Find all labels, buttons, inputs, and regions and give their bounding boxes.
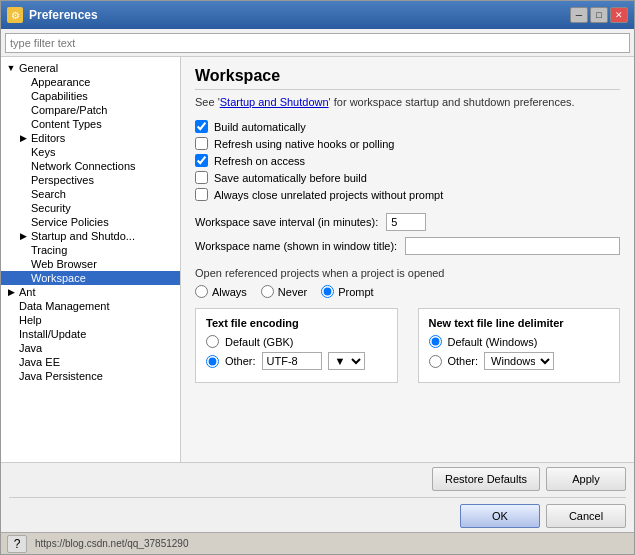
save-auto-label: Save automatically before build xyxy=(214,172,367,184)
sidebar-item-label: Help xyxy=(19,314,42,326)
enc-other-label: Other: xyxy=(225,355,256,367)
sidebar-item-web-browser[interactable]: Web Browser xyxy=(1,257,180,271)
delim-dropdown[interactable]: Windows xyxy=(484,352,554,370)
save-interval-row: Workspace save interval (in minutes): xyxy=(195,213,620,231)
cancel-button[interactable]: Cancel xyxy=(546,504,626,528)
checkbox-close-unrelated: Always close unrelated projects without … xyxy=(195,188,620,201)
build-auto-checkbox[interactable] xyxy=(195,120,208,133)
checkbox-refresh-access: Refresh on access xyxy=(195,154,620,167)
filter-input[interactable] xyxy=(5,33,630,53)
sidebar-item-keys[interactable]: Keys xyxy=(1,145,180,159)
save-interval-label: Workspace save interval (in minutes): xyxy=(195,216,378,228)
sidebar-item-search[interactable]: Search xyxy=(1,187,180,201)
sidebar-item-java-persistence[interactable]: Java Persistence xyxy=(1,369,180,383)
sidebar-item-network-connections[interactable]: Network Connections xyxy=(1,159,180,173)
sidebar-item-label: Security xyxy=(31,202,71,214)
enc-other-input[interactable] xyxy=(262,352,322,370)
sidebar-item-java[interactable]: Java xyxy=(1,341,180,355)
toggle-icon xyxy=(17,104,29,116)
toggle-icon xyxy=(5,314,17,326)
sidebar-item-perspectives[interactable]: Perspectives xyxy=(1,173,180,187)
radio-never: Never xyxy=(261,285,307,298)
ok-button[interactable]: OK xyxy=(460,504,540,528)
sidebar-item-compare-patch[interactable]: Compare/Patch xyxy=(1,103,180,117)
save-auto-checkbox[interactable] xyxy=(195,171,208,184)
sidebar-item-help[interactable]: Help xyxy=(1,313,180,327)
sidebar-item-security[interactable]: Security xyxy=(1,201,180,215)
main-area: ▼ General Appearance Capabilities Compar… xyxy=(1,57,634,462)
minimize-button[interactable]: ─ xyxy=(570,7,588,23)
enc-other-row: Other: ▼ xyxy=(206,352,387,370)
save-interval-input[interactable] xyxy=(386,213,426,231)
radio-never-label: Never xyxy=(278,286,307,298)
open-projects-label: Open referenced projects when a project … xyxy=(195,267,620,279)
toggle-icon xyxy=(17,146,29,158)
radio-prompt-input[interactable] xyxy=(321,285,334,298)
toggle-icon: ▶ xyxy=(17,230,29,242)
desc-pre: See ' xyxy=(195,96,220,108)
restore-defaults-button[interactable]: Restore Defaults xyxy=(432,467,540,491)
delim-default-radio[interactable] xyxy=(429,335,442,348)
toggle-icon xyxy=(17,272,29,284)
sidebar-item-tracing[interactable]: Tracing xyxy=(1,243,180,257)
encoding-section: Text file encoding Default (GBK) Other: … xyxy=(195,308,620,383)
maximize-button[interactable]: □ xyxy=(590,7,608,23)
sidebar-item-label: Keys xyxy=(31,146,55,158)
enc-other-radio[interactable] xyxy=(206,355,219,368)
desc-post: ' for workspace startup and shutdown pre… xyxy=(329,96,575,108)
status-bar: ? https://blog.csdn.net/qq_37851290 xyxy=(1,532,634,554)
sidebar-item-label: Content Types xyxy=(31,118,102,130)
startup-shutdown-link[interactable]: Startup and Shutdown xyxy=(220,96,329,108)
sidebar-item-install-update[interactable]: Install/Update xyxy=(1,327,180,341)
sidebar-item-data-management[interactable]: Data Management xyxy=(1,299,180,313)
delim-other-radio[interactable] xyxy=(429,355,442,368)
help-button[interactable]: ? xyxy=(7,535,27,553)
close-button[interactable]: ✕ xyxy=(610,7,628,23)
sidebar-item-label: Perspectives xyxy=(31,174,94,186)
checkbox-refresh-native: Refresh using native hooks or polling xyxy=(195,137,620,150)
workspace-name-input[interactable] xyxy=(405,237,620,255)
refresh-access-checkbox[interactable] xyxy=(195,154,208,167)
toggle-icon xyxy=(5,342,17,354)
sidebar-item-label: Data Management xyxy=(19,300,110,312)
title-bar-left: ⚙ Preferences xyxy=(7,7,98,23)
checkbox-save-auto: Save automatically before build xyxy=(195,171,620,184)
sidebar-item-appearance[interactable]: Appearance xyxy=(1,75,180,89)
toggle-icon xyxy=(17,160,29,172)
radio-prompt: Prompt xyxy=(321,285,373,298)
sidebar-item-workspace[interactable]: Workspace xyxy=(1,271,180,285)
action-row: Restore Defaults Apply xyxy=(9,467,626,491)
window-title: Preferences xyxy=(29,8,98,22)
close-unrelated-checkbox[interactable] xyxy=(195,188,208,201)
sidebar-item-label: Install/Update xyxy=(19,328,86,340)
apply-button[interactable]: Apply xyxy=(546,467,626,491)
refresh-access-label: Refresh on access xyxy=(214,155,305,167)
sidebar-item-general[interactable]: ▼ General xyxy=(1,61,180,75)
sidebar-item-ant[interactable]: ▶ Ant xyxy=(1,285,180,299)
workspace-name-row: Workspace name (shown in window title): xyxy=(195,237,620,255)
preferences-window: ⚙ Preferences ─ □ ✕ ▼ General Appearance xyxy=(0,0,635,555)
enc-default-gbk-label: Default (GBK) xyxy=(225,336,293,348)
text-encoding-title: Text file encoding xyxy=(206,317,387,329)
sidebar-item-java-ee[interactable]: Java EE xyxy=(1,355,180,369)
radio-never-input[interactable] xyxy=(261,285,274,298)
delim-other-row: Other: Windows xyxy=(429,352,610,370)
toggle-icon xyxy=(17,174,29,186)
page-title: Workspace xyxy=(195,67,620,90)
radio-always-input[interactable] xyxy=(195,285,208,298)
refresh-native-checkbox[interactable] xyxy=(195,137,208,150)
filter-toolbar xyxy=(1,29,634,57)
toggle-icon xyxy=(17,216,29,228)
line-delimiter-box: New text file line delimiter Default (Wi… xyxy=(418,308,621,383)
content-description: See 'Startup and Shutdown' for workspace… xyxy=(195,96,620,108)
sidebar-item-startup-shutdown[interactable]: ▶ Startup and Shutdo... xyxy=(1,229,180,243)
sidebar-item-label: Compare/Patch xyxy=(31,104,107,116)
enc-dropdown[interactable]: ▼ xyxy=(328,352,365,370)
sidebar-item-editors[interactable]: ▶ Editors xyxy=(1,131,180,145)
sidebar-item-service-policies[interactable]: Service Policies xyxy=(1,215,180,229)
sidebar-item-content-types[interactable]: Content Types xyxy=(1,117,180,131)
url-label: https://blog.csdn.net/qq_37851290 xyxy=(35,538,188,549)
enc-default-gbk-radio[interactable] xyxy=(206,335,219,348)
checkbox-build-auto: Build automatically xyxy=(195,120,620,133)
sidebar-item-capabilities[interactable]: Capabilities xyxy=(1,89,180,103)
